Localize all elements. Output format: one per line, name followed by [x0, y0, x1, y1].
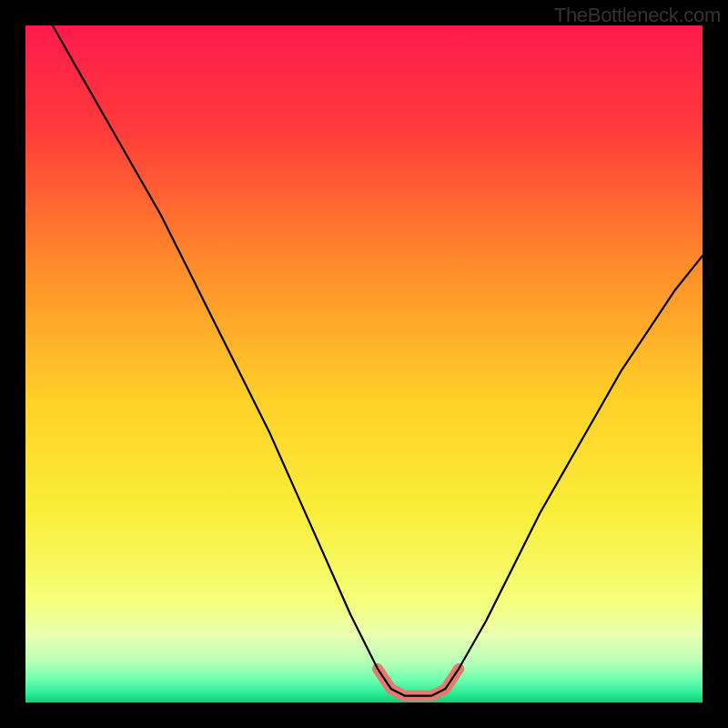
plot-background	[25, 25, 703, 703]
chart-svg	[0, 0, 728, 728]
watermark-text: TheBottleneck.com	[554, 4, 721, 27]
bottleneck-chart: TheBottleneck.com	[0, 0, 728, 728]
